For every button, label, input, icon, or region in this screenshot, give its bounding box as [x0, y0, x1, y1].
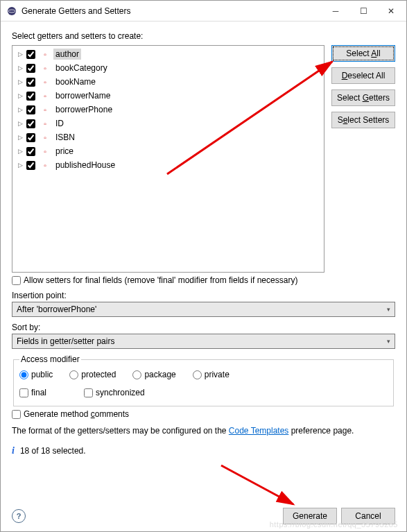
- tree-item[interactable]: ▷ ID: [12, 117, 324, 130]
- info-icon: i: [12, 445, 15, 456]
- field-label: ID: [53, 118, 66, 129]
- generate-comments-checkbox[interactable]: [12, 410, 21, 419]
- expand-icon[interactable]: ▷: [15, 146, 25, 156]
- field-checkbox[interactable]: [26, 147, 35, 156]
- field-checkbox[interactable]: [26, 64, 35, 73]
- synchronized-checkbox[interactable]: synchronized: [84, 388, 145, 397]
- sort-by-label: Sort by:: [12, 323, 395, 332]
- generate-comments-label: Generate method comments: [24, 409, 129, 419]
- insertion-point-select[interactable]: After 'borrowerPhone' ▾: [12, 302, 395, 317]
- eclipse-icon: [6, 6, 17, 17]
- select-setters-button[interactable]: Select Setters: [331, 112, 395, 128]
- final-checkbox[interactable]: final: [19, 388, 46, 397]
- field-label: ISBN: [53, 132, 77, 143]
- access-modifier-legend: Access modifier: [19, 354, 81, 364]
- allow-final-checkbox[interactable]: [12, 276, 21, 285]
- select-getters-button[interactable]: Select Getters: [331, 89, 395, 106]
- expand-icon[interactable]: ▷: [15, 105, 25, 114]
- field-label: publishedHouse: [53, 160, 117, 171]
- chevron-down-icon: ▾: [387, 306, 390, 313]
- expand-icon[interactable]: ▷: [15, 63, 25, 73]
- instruction-label: Select getters and setters to create:: [12, 31, 395, 41]
- dialog-window: Generate Getters and Setters ─ ☐ ✕ Selec…: [0, 0, 407, 532]
- titlebar: Generate Getters and Setters ─ ☐ ✕: [1, 1, 406, 22]
- field-icon: [40, 160, 51, 171]
- public-radio[interactable]: public: [19, 370, 53, 379]
- field-label: bookCategory: [53, 62, 110, 74]
- deselect-all-button[interactable]: Deselect All: [331, 67, 395, 84]
- field-checkbox[interactable]: [26, 92, 35, 101]
- cancel-button[interactable]: Cancel: [341, 508, 395, 524]
- field-label: price: [53, 146, 76, 157]
- field-icon: [40, 76, 51, 87]
- field-checkbox[interactable]: [26, 161, 35, 170]
- window-title: Generate Getters and Setters: [21, 6, 322, 16]
- select-all-button[interactable]: Select All: [331, 45, 395, 62]
- field-icon: [40, 132, 51, 143]
- field-icon: [40, 49, 51, 60]
- field-icon: [40, 104, 51, 115]
- private-radio[interactable]: private: [193, 370, 230, 379]
- svg-line-3: [221, 465, 293, 504]
- field-checkbox[interactable]: [26, 78, 35, 87]
- tree-item[interactable]: ▷ borrowerName: [12, 89, 324, 103]
- field-checkbox[interactable]: [26, 105, 35, 114]
- maximize-button[interactable]: ☐: [349, 1, 377, 21]
- tree-item[interactable]: ▷ bookName: [12, 75, 324, 89]
- field-label: bookName: [53, 76, 98, 87]
- tree-item[interactable]: ▷ ISBN: [12, 130, 324, 144]
- field-label: borrowerName: [53, 90, 112, 101]
- expand-icon[interactable]: ▷: [15, 132, 25, 142]
- tree-item[interactable]: ▷ publishedHouse: [12, 158, 324, 172]
- status-text: 18 of 18 selected.: [20, 446, 86, 456]
- field-checkbox[interactable]: [26, 50, 35, 59]
- code-templates-link[interactable]: Code Templates: [229, 426, 289, 436]
- tree-item[interactable]: ▷ bookCategory: [12, 61, 324, 75]
- field-icon: [40, 90, 51, 101]
- expand-icon[interactable]: ▷: [15, 160, 25, 170]
- sort-by-value: Fields in getter/setter pairs: [17, 336, 114, 346]
- field-label: borrowerPhone: [53, 104, 114, 115]
- window-controls: ─ ☐ ✕: [322, 1, 405, 21]
- tree-item[interactable]: ▷ borrowerPhone: [12, 103, 324, 117]
- tree-item[interactable]: ▷ author: [12, 47, 324, 61]
- access-modifier-group: Access modifier public protected package…: [13, 354, 394, 406]
- insertion-point-value: After 'borrowerPhone': [17, 304, 96, 314]
- format-note: The format of the getters/setters may be…: [12, 426, 395, 436]
- field-icon: [40, 118, 51, 129]
- field-icon: [40, 146, 51, 157]
- expand-icon[interactable]: ▷: [15, 91, 25, 101]
- expand-icon[interactable]: ▷: [15, 77, 25, 87]
- tree-item[interactable]: ▷ price: [12, 144, 324, 158]
- protected-radio[interactable]: protected: [69, 370, 116, 379]
- fields-tree[interactable]: ▷ author ▷ bookCategory ▷ bookName ▷ bor…: [12, 45, 324, 273]
- minimize-button[interactable]: ─: [322, 1, 349, 21]
- help-button[interactable]: ?: [12, 509, 26, 523]
- field-label: author: [53, 49, 81, 60]
- package-radio[interactable]: package: [132, 370, 175, 379]
- field-checkbox[interactable]: [26, 133, 35, 142]
- allow-final-label: Allow setters for final fields (remove '…: [24, 275, 297, 285]
- svg-point-0: [8, 7, 16, 15]
- expand-icon[interactable]: ▷: [15, 119, 25, 128]
- close-button[interactable]: ✕: [377, 1, 405, 21]
- insertion-point-label: Insertion point:: [12, 291, 395, 300]
- expand-icon[interactable]: ▷: [15, 49, 25, 59]
- field-checkbox[interactable]: [26, 119, 35, 128]
- field-icon: [40, 62, 51, 74]
- chevron-down-icon: ▾: [387, 338, 390, 345]
- sort-by-select[interactable]: Fields in getter/setter pairs ▾: [12, 334, 395, 349]
- generate-button[interactable]: Generate: [283, 508, 337, 524]
